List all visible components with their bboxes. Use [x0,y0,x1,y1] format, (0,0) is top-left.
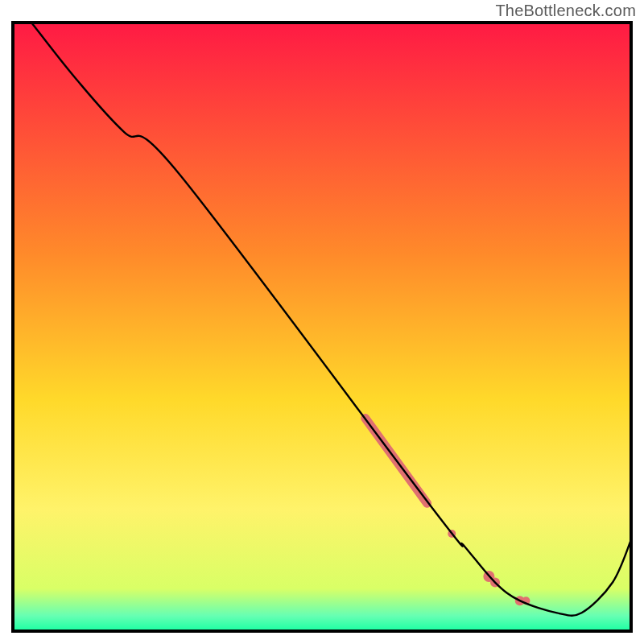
chart-container: TheBottleneck.com [0,0,644,644]
chart-svg [0,0,644,644]
attribution-text: TheBottleneck.com [495,2,636,20]
